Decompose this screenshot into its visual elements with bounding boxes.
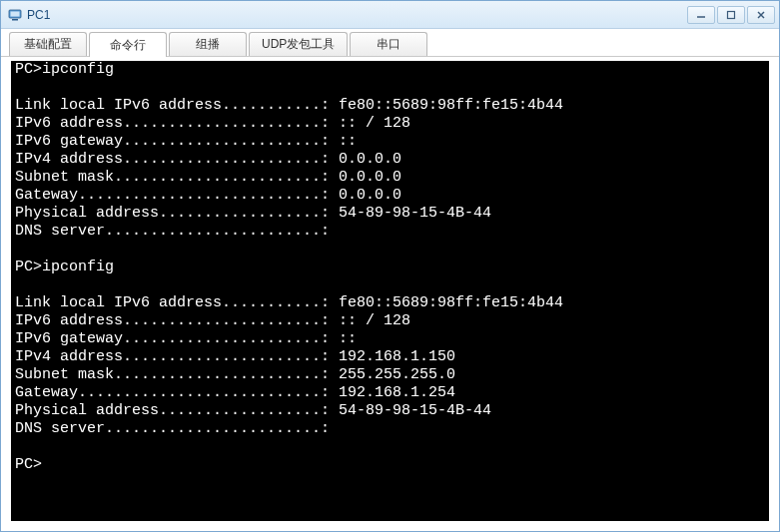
tab-label: 串口 <box>377 36 400 53</box>
tab-label: 组播 <box>196 36 220 53</box>
tab-serial[interactable]: 串口 <box>350 32 427 56</box>
svg-rect-2 <box>11 11 20 16</box>
tab-basic-config[interactable]: 基础配置 <box>9 32 87 56</box>
tab-label: 命令行 <box>110 37 146 54</box>
tab-strip: 基础配置 命令行 组播 UDP发包工具 串口 <box>1 29 779 57</box>
window-title: PC1 <box>27 8 687 22</box>
window-controls <box>687 6 775 24</box>
svg-rect-4 <box>728 11 735 18</box>
app-window: PC1 基础配置 命令行 组播 UDP发包工具 串口 PC>ipconfig L… <box>0 0 780 532</box>
minimize-button[interactable] <box>687 6 715 24</box>
app-icon <box>7 7 23 23</box>
svg-rect-1 <box>12 19 18 21</box>
tab-command-line[interactable]: 命令行 <box>89 32 167 57</box>
titlebar: PC1 <box>1 1 779 29</box>
tab-label: UDP发包工具 <box>262 36 335 53</box>
terminal-output[interactable]: PC>ipconfig Link local IPv6 address.....… <box>11 61 769 521</box>
tab-udp-tool[interactable]: UDP发包工具 <box>249 32 348 56</box>
tab-label: 基础配置 <box>24 36 72 53</box>
tab-multicast[interactable]: 组播 <box>169 32 247 56</box>
close-button[interactable] <box>747 6 775 24</box>
maximize-button[interactable] <box>717 6 745 24</box>
